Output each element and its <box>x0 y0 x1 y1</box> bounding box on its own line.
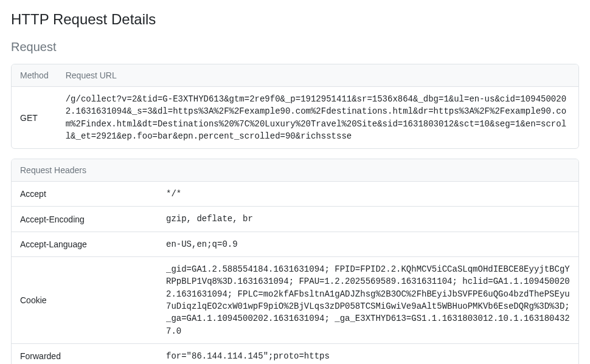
col-request-url: Request URL <box>57 64 578 87</box>
header-name: Accept-Language <box>12 232 158 256</box>
header-name: Accept-Encoding <box>12 207 158 232</box>
request-headers-title: Request Headers <box>12 159 578 182</box>
header-name: Cookie <box>12 257 158 344</box>
request-headers-table: Request Headers Accept */* Accept-Encodi… <box>11 159 579 364</box>
table-row: Accept */* <box>12 182 578 207</box>
request-url-value: /g/collect?v=2&tid=G-E3XTHYD613&gtm=2re9… <box>57 87 578 149</box>
header-value: en-US,en;q=0.9 <box>158 232 578 256</box>
request-url-table: Method Request URL GET /g/collect?v=2&ti… <box>11 64 579 149</box>
request-section-heading: Request <box>11 40 579 54</box>
header-name: Accept <box>12 182 158 207</box>
col-method: Method <box>12 64 57 87</box>
page-title: HTTP Request Details <box>11 11 579 28</box>
header-value: _gid=GA1.2.588554184.1631631094; FPID=FP… <box>158 257 578 344</box>
header-name: Forwarded <box>12 343 158 364</box>
table-row: Cookie _gid=GA1.2.588554184.1631631094; … <box>12 257 578 344</box>
header-value: */* <box>158 182 578 207</box>
table-row: Accept-Encoding gzip, deflate, br <box>12 207 578 232</box>
header-value: for="86.144.114.145";proto=https <box>158 343 578 364</box>
table-row: Forwarded for="86.144.114.145";proto=htt… <box>12 343 578 364</box>
table-row: Accept-Language en-US,en;q=0.9 <box>12 232 578 256</box>
request-method-value: GET <box>12 87 57 149</box>
table-row: GET /g/collect?v=2&tid=G-E3XTHYD613&gtm=… <box>12 87 578 149</box>
header-value: gzip, deflate, br <box>158 207 578 232</box>
